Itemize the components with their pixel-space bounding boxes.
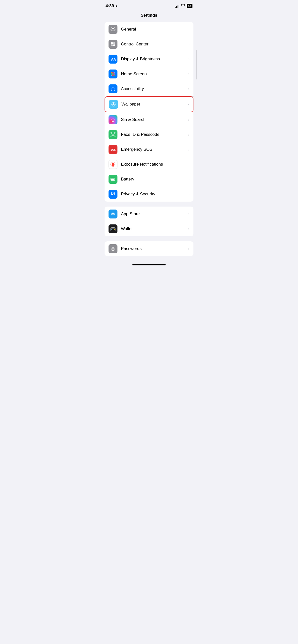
general-icon — [108, 25, 118, 34]
svg-rect-11 — [114, 74, 115, 75]
accessibility-icon — [108, 84, 118, 93]
settings-row-appstore[interactable]: App Store › — [104, 206, 194, 222]
exposure-icon — [108, 160, 118, 169]
svg-rect-1 — [111, 42, 113, 44]
general-label: General — [121, 27, 188, 32]
svg-point-24 — [114, 103, 115, 103]
svg-rect-44 — [111, 229, 112, 230]
svg-point-23 — [114, 105, 115, 106]
privacy-chevron: › — [188, 192, 190, 196]
wallet-icon — [108, 224, 118, 233]
settings-row-wallpaper[interactable]: Wallpaper › — [104, 96, 194, 112]
exposure-chevron: › — [188, 162, 190, 166]
svg-point-19 — [113, 106, 114, 106]
location-arrow-icon: ▲ — [115, 4, 118, 8]
battery-label: Battery — [121, 177, 188, 182]
battery-level: 45 — [188, 4, 191, 8]
faceid-icon — [108, 130, 118, 139]
siri-icon — [108, 115, 118, 124]
faceid-chevron: › — [188, 132, 190, 136]
page-title: Settings — [100, 10, 198, 22]
svg-rect-8 — [114, 72, 115, 73]
control-center-label: Control Center — [121, 42, 188, 47]
accessibility-chevron: › — [188, 87, 190, 91]
settings-row-general[interactable]: General › — [104, 22, 194, 37]
appstore-icon — [108, 210, 118, 218]
privacy-label: Privacy & Security — [121, 192, 188, 197]
battery-icon: 45 — [187, 4, 192, 8]
settings-group-1: General › Control Center › AA Display & … — [104, 22, 194, 202]
svg-rect-12 — [111, 75, 112, 76]
svg-rect-14 — [114, 75, 115, 76]
passwords-label: Passwords — [121, 246, 188, 251]
settings-row-wallet[interactable]: Wallet › — [104, 222, 194, 236]
control-center-chevron: › — [188, 42, 190, 46]
settings-group-3: Passwords › — [104, 241, 194, 256]
wallpaper-chevron: › — [188, 102, 189, 106]
svg-point-16 — [112, 103, 114, 105]
svg-point-0 — [112, 28, 114, 30]
svg-text:SOS: SOS — [110, 148, 116, 151]
wifi-icon — [181, 4, 185, 8]
svg-rect-13 — [112, 75, 114, 76]
settings-row-passwords[interactable]: Passwords › — [104, 241, 194, 256]
svg-rect-3 — [111, 44, 113, 46]
svg-rect-10 — [112, 74, 114, 75]
wallet-chevron: › — [188, 227, 190, 231]
svg-point-22 — [112, 103, 112, 103]
sos-icon: SOS — [108, 145, 118, 154]
settings-row-siri[interactable]: Siri & Search › — [104, 112, 194, 127]
svg-rect-29 — [111, 132, 112, 133]
svg-rect-6 — [111, 72, 112, 73]
settings-row-control-center[interactable]: Control Center › — [104, 37, 194, 52]
svg-rect-43 — [114, 229, 115, 230]
status-bar: 4:39 ▲ 45 — [100, 0, 198, 10]
wallpaper-icon — [109, 100, 118, 109]
svg-point-25 — [112, 105, 112, 106]
settings-row-battery[interactable]: Battery › — [104, 172, 194, 187]
settings-row-display[interactable]: AA Display & Brightness › — [104, 52, 194, 66]
svg-rect-9 — [111, 74, 112, 75]
time-display: 4:39 — [106, 4, 114, 8]
siri-chevron: › — [188, 118, 190, 122]
svg-point-47 — [113, 249, 114, 250]
settings-row-accessibility[interactable]: Accessibility › — [104, 82, 194, 96]
battery-settings-icon — [108, 175, 118, 184]
passwords-chevron: › — [188, 247, 190, 251]
faceid-label: Face ID & Passcode — [121, 132, 188, 137]
exposure-label: Exposure Notifications — [121, 162, 188, 167]
signal-strength-icon — [175, 4, 179, 8]
svg-rect-30 — [114, 132, 115, 133]
control-center-icon — [108, 40, 118, 49]
settings-row-faceid[interactable]: Face ID & Passcode › — [104, 127, 194, 142]
passwords-icon — [108, 244, 118, 253]
scrollbar[interactable] — [196, 50, 197, 80]
svg-point-15 — [112, 87, 114, 88]
svg-text:AA: AA — [111, 57, 116, 61]
status-icons: 45 — [175, 4, 192, 8]
display-chevron: › — [188, 57, 190, 61]
siri-label: Siri & Search — [121, 117, 188, 122]
display-label: Display & Brightness — [121, 56, 188, 62]
home-screen-label: Home Screen — [121, 72, 188, 76]
settings-row-sos[interactable]: SOS Emergency SOS › — [104, 142, 194, 157]
svg-rect-45 — [111, 230, 112, 230]
svg-point-21 — [115, 104, 116, 104]
settings-row-exposure[interactable]: Exposure Notifications › — [104, 157, 194, 172]
settings-group-2: App Store › Wallet › — [104, 206, 194, 236]
wallpaper-label: Wallpaper — [122, 102, 188, 107]
home-indicator — [132, 264, 166, 266]
home-screen-icon — [108, 70, 118, 78]
svg-rect-38 — [111, 178, 114, 180]
svg-rect-32 — [114, 136, 115, 137]
settings-row-home-screen[interactable]: Home Screen › — [104, 66, 194, 82]
svg-point-34 — [113, 134, 114, 134]
sos-chevron: › — [188, 148, 190, 152]
svg-point-20 — [111, 104, 112, 104]
svg-rect-7 — [112, 72, 114, 73]
svg-rect-2 — [113, 42, 115, 44]
accessibility-label: Accessibility — [121, 86, 188, 91]
settings-row-privacy[interactable]: Privacy & Security › — [104, 187, 194, 202]
wallet-label: Wallet — [121, 226, 188, 232]
sos-label: Emergency SOS — [121, 147, 188, 152]
